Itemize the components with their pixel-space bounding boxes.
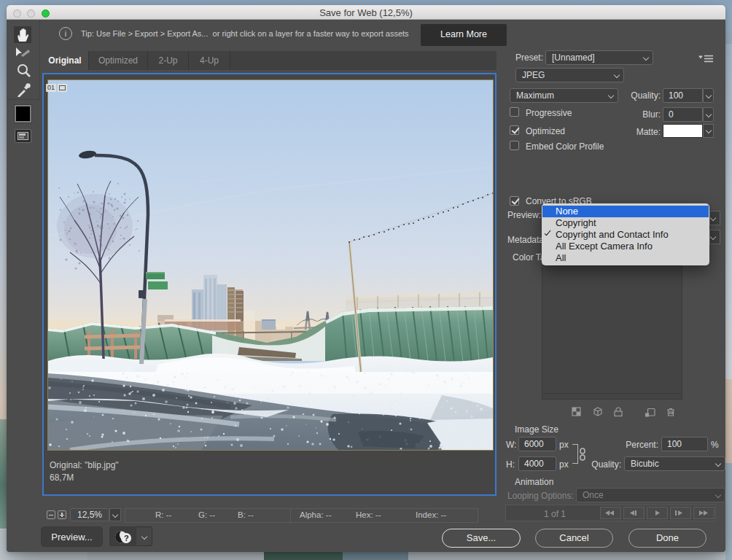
svg-text:?: ? — [124, 534, 129, 542]
